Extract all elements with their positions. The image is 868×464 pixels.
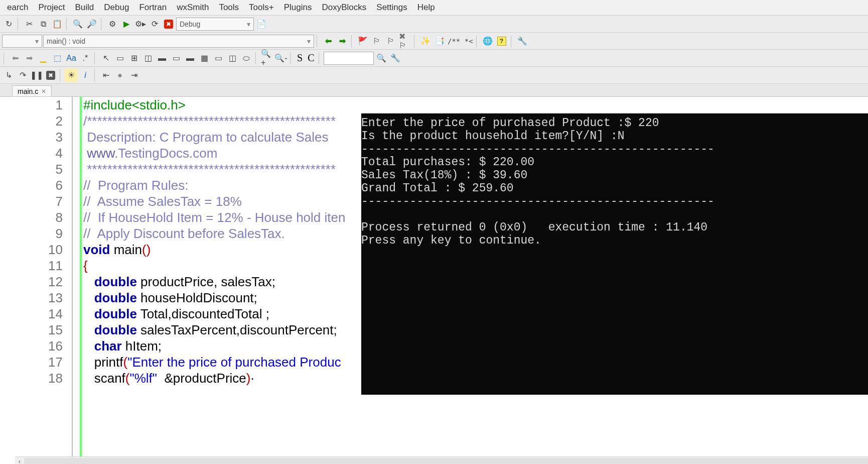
search-go-icon[interactable]: 🔍	[375, 52, 388, 65]
debug-cursor-back-icon[interactable]: ⇤	[99, 69, 112, 82]
line-number: 12	[0, 274, 72, 290]
layout2-icon[interactable]: ⊞	[127, 52, 140, 65]
line-number: 7	[0, 193, 72, 209]
menu-search[interactable]: earch	[2, 1, 34, 14]
find-icon[interactable]: 🔍	[71, 18, 84, 31]
debug-cursor-fwd-icon[interactable]: ⇥	[127, 69, 140, 82]
line-number: 8	[0, 209, 72, 225]
layout7-icon[interactable]: ▦	[198, 52, 211, 65]
tab-label: main.c	[18, 87, 38, 95]
bookmark-clear-icon[interactable]: ✖🏳	[398, 35, 411, 48]
bookmark-prev-icon[interactable]: 🏳	[370, 35, 383, 48]
replace-icon[interactable]: 🔎	[85, 18, 98, 31]
bookmark-next-icon[interactable]: 🏳	[384, 35, 397, 48]
console-titlebar	[361, 100, 868, 113]
build-target-dropdown[interactable]: Debug	[176, 18, 254, 31]
highlight-icon[interactable]: ▁	[37, 52, 50, 65]
doxy-settings-icon[interactable]: 🔧	[516, 35, 529, 48]
select-tool-icon[interactable]: ↖	[99, 52, 112, 65]
menu-settings[interactable]: Settings	[371, 1, 412, 14]
fold-column: − −	[73, 97, 80, 464]
redo-icon[interactable]: ↻	[2, 18, 15, 31]
doxy-extract-icon[interactable]: 📑	[433, 35, 446, 48]
toolbar-row-1: ↻ ✂ ⧉ 📋 🔍 🔎 ⚙ ▶ ⚙▸ ⟳ ✖ Debug 📄	[0, 16, 868, 33]
search-input[interactable]	[324, 52, 374, 65]
menu-wxsmith[interactable]: wxSmith	[172, 1, 214, 14]
nav-back-icon[interactable]: ⬅	[322, 35, 335, 48]
line-number: 1	[0, 97, 72, 113]
debug-windows-icon[interactable]: ☀	[65, 69, 78, 82]
line-number: 16	[0, 338, 72, 354]
menu-help[interactable]: Help	[412, 1, 440, 14]
layout9-icon[interactable]: ◫	[226, 52, 239, 65]
menu-build[interactable]: Build	[70, 1, 99, 14]
debug-step-over-icon[interactable]: ↷	[16, 69, 29, 82]
paste-icon[interactable]: 📋	[51, 18, 64, 31]
debug-stop-icon[interactable]: ✖	[44, 69, 57, 82]
jump-back-icon[interactable]: ⬅	[9, 52, 22, 65]
debug-record-icon[interactable]: ●	[113, 69, 126, 82]
scope-dropdown[interactable]	[2, 35, 42, 48]
zoom-in-icon[interactable]: 🔍+	[260, 52, 273, 65]
zoom-out-icon[interactable]: 🔍-	[274, 52, 287, 65]
debug-info-icon[interactable]: i	[79, 69, 92, 82]
debug-pause-icon[interactable]: ❚❚	[30, 69, 43, 82]
menu-project[interactable]: Project	[34, 1, 70, 14]
tab-close-icon[interactable]: ✕	[41, 88, 46, 95]
bookmark-toggle-icon[interactable]: 🚩	[356, 35, 369, 48]
layout5-icon[interactable]: ▭	[170, 52, 183, 65]
search-options-icon[interactable]: 🔧	[389, 52, 402, 65]
line-number: 10	[0, 242, 72, 258]
regex-icon[interactable]: .*	[79, 52, 92, 65]
build-icon[interactable]: ⚙	[106, 18, 119, 31]
doxy-wizard-icon[interactable]: ✨	[419, 35, 432, 48]
scroll-track[interactable]	[24, 458, 868, 465]
nav-forward-icon[interactable]: ➡	[336, 35, 349, 48]
line-number: 2	[0, 113, 72, 129]
editor-tabbar: main.c ✕	[0, 84, 868, 97]
build-run-icon[interactable]: ⚙▸	[134, 18, 147, 31]
line-number: 4	[0, 145, 72, 161]
tab-main-c[interactable]: main.c ✕	[12, 85, 52, 96]
layout3-icon[interactable]: ◫	[141, 52, 155, 65]
menu-debug[interactable]: Debug	[99, 1, 134, 14]
layout8-icon[interactable]: ▭	[212, 52, 225, 65]
line-number: 5	[0, 161, 72, 177]
cut-icon[interactable]: ✂	[23, 18, 36, 31]
line-number: 17	[0, 354, 72, 370]
change-marker	[80, 97, 82, 464]
menu-plugins[interactable]: Plugins	[279, 1, 317, 14]
run-icon[interactable]: ▶	[120, 18, 133, 31]
doxy-help-icon[interactable]: ?	[495, 35, 508, 48]
line-number: 14	[0, 306, 72, 322]
layout4-icon[interactable]: ▬	[156, 52, 169, 65]
abort-icon[interactable]: ✖	[162, 18, 175, 31]
menu-tools-plus[interactable]: Tools+	[244, 1, 279, 14]
menu-doxyblocks[interactable]: DoxyBlocks	[317, 1, 371, 14]
layout10-icon[interactable]: ⬭	[240, 52, 253, 65]
doxy-comment-icon[interactable]: /** *<	[447, 35, 474, 48]
layout1-icon[interactable]: ▭	[113, 52, 126, 65]
line-number: 6	[0, 177, 72, 193]
output-console[interactable]: Enter the price of purchased Product :$ …	[361, 113, 868, 395]
line-number: 18	[0, 370, 72, 386]
line-number-gutter: 123456789101112131415161718	[0, 97, 73, 464]
source-s-icon[interactable]: S	[295, 52, 305, 64]
toolbar-row-4: ↳ ↷ ❚❚ ✖ ☀ i ⇤ ● ⇥	[0, 67, 868, 84]
debug-step-into-icon[interactable]: ↳	[2, 69, 15, 82]
menu-fortran[interactable]: Fortran	[134, 1, 172, 14]
source-c-icon[interactable]: C	[306, 52, 316, 64]
copy-icon[interactable]: ⧉	[37, 18, 50, 31]
targets-icon[interactable]: 📄	[255, 18, 268, 31]
line-number: 11	[0, 258, 72, 274]
match-case-icon[interactable]: Aa	[65, 52, 78, 65]
jump-fwd-icon[interactable]: ➡	[23, 52, 36, 65]
menu-tools[interactable]: Tools	[214, 1, 244, 14]
layout6-icon[interactable]: ▬	[184, 52, 197, 65]
rebuild-icon[interactable]: ⟳	[148, 18, 161, 31]
horizontal-scrollbar[interactable]: ‹	[15, 456, 868, 464]
select-icon[interactable]: ⬚	[51, 52, 64, 65]
doxy-html-icon[interactable]: 🌐	[481, 35, 494, 48]
function-dropdown[interactable]: main() : void	[43, 35, 314, 48]
scroll-left-icon[interactable]: ‹	[15, 457, 24, 464]
